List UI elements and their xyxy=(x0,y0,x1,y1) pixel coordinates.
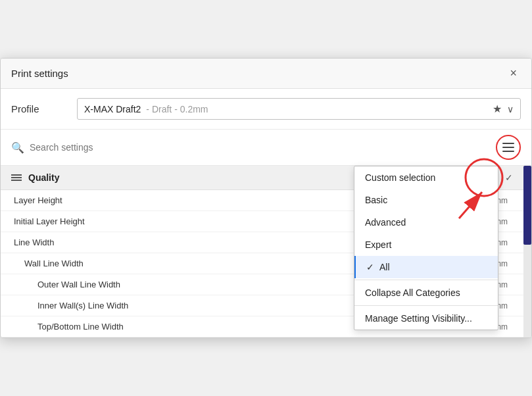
cat-line-2 xyxy=(11,177,22,178)
category-icon xyxy=(11,174,22,181)
cat-line-3 xyxy=(11,180,22,181)
dropdown-item-custom[interactable]: Custom selection xyxy=(354,166,498,189)
dropdown-item-label: Manage Setting Visibility... xyxy=(365,313,472,324)
dropdown-item-label: Basic xyxy=(365,195,387,205)
main-content: Quality ✓ Layer Height mm Initial Layer … xyxy=(1,166,531,337)
menu-line-2 xyxy=(502,147,514,148)
profile-label: Profile xyxy=(11,103,64,114)
dropdown-divider xyxy=(354,280,498,280)
dropdown-item-advanced[interactable]: Advanced xyxy=(354,211,498,234)
close-button[interactable]: × xyxy=(506,65,521,82)
dropdown-item-basic[interactable]: Basic xyxy=(354,189,498,211)
profile-actions: ★ ∨ xyxy=(493,103,514,115)
menu-line-3 xyxy=(502,151,514,152)
filter-menu-button[interactable] xyxy=(496,135,521,160)
profile-name: X-MAX Draft2 xyxy=(84,104,141,114)
scrollbar-thumb[interactable] xyxy=(523,166,531,245)
dropdown-item-all[interactable]: ✓ All xyxy=(354,256,498,278)
dropdown-item-label: All xyxy=(379,262,390,272)
search-icon: 🔍 xyxy=(11,141,24,154)
dropdown-divider-2 xyxy=(354,305,498,306)
filter-dropdown: Custom selection Basic Advanced Expert ✓… xyxy=(354,166,498,330)
print-settings-dialog: Print settings × Profile X-MAX Draft2 - … xyxy=(0,58,532,338)
dropdown-item-label: Expert xyxy=(365,239,391,250)
profile-subtitle: - Draft - 0.2mm xyxy=(146,104,208,114)
menu-button-container xyxy=(496,135,521,160)
dropdown-item-collapse[interactable]: Collapse All Categories xyxy=(354,282,498,304)
category-check-icon: ✓ xyxy=(505,172,513,183)
profile-selector[interactable]: X-MAX Draft2 - Draft - 0.2mm ★ ∨ xyxy=(77,98,521,120)
profile-row: Profile X-MAX Draft2 - Draft - 0.2mm ★ ∨ xyxy=(1,89,531,130)
dropdown-item-label: Custom selection xyxy=(365,172,435,183)
chevron-down-icon[interactable]: ∨ xyxy=(507,104,514,114)
dropdown-item-expert[interactable]: Expert xyxy=(354,234,498,256)
search-input[interactable] xyxy=(30,142,491,153)
scrollbar[interactable] xyxy=(523,166,531,337)
dropdown-item-manage[interactable]: Manage Setting Visibility... xyxy=(354,307,498,330)
menu-line-1 xyxy=(502,143,514,144)
search-row: 🔍 xyxy=(1,130,531,166)
favorite-icon[interactable]: ★ xyxy=(493,103,502,115)
cat-line-1 xyxy=(11,174,22,176)
dropdown-item-label: Advanced xyxy=(365,217,406,228)
category-label: Quality xyxy=(28,172,59,183)
check-mark-icon: ✓ xyxy=(366,262,374,272)
dropdown-item-label: Collapse All Categories xyxy=(365,287,460,298)
title-bar: Print settings × xyxy=(1,59,531,89)
dialog-title: Print settings xyxy=(11,68,68,79)
